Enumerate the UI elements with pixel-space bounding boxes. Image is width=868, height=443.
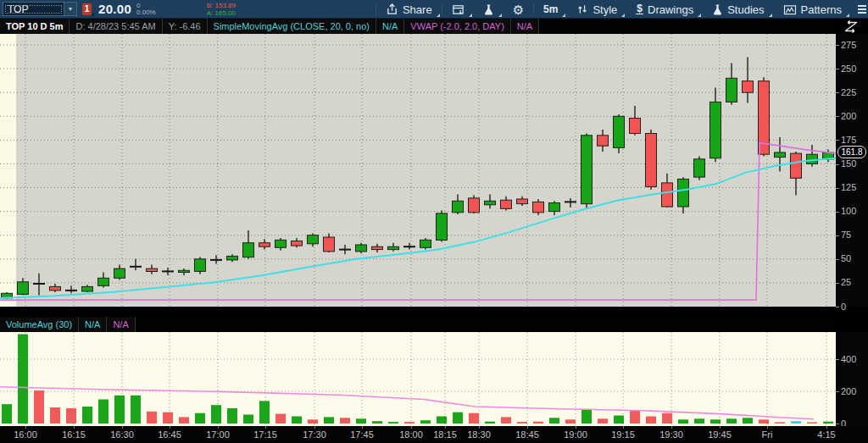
sma-study-label[interactable]: SimpleMovingAvg (CLOSE, 20, 0, no): [208, 19, 376, 34]
candle-body: [114, 269, 125, 278]
candle-body: [807, 154, 818, 163]
volume-bar: [420, 420, 431, 424]
volume-tick-label: 400: [836, 354, 868, 365]
studies-button[interactable]: Studies: [703, 0, 773, 19]
calendar-events-button[interactable]: [442, 0, 474, 19]
chart-style-icon: [576, 3, 588, 15]
volume-bar: [275, 414, 286, 424]
volume-bar: [501, 417, 511, 424]
dropdown-caret: [621, 14, 625, 17]
doji-body: [565, 201, 576, 202]
time-tick: [74, 426, 75, 429]
dropdown-caret: [769, 14, 772, 17]
bid-ask-readout: B: 153.89 A: 165.00: [207, 2, 236, 17]
price-tick-label: 200: [836, 111, 868, 122]
time-tick-label: 17:45: [343, 429, 381, 440]
candle-body: [372, 246, 383, 249]
volume-bar: [211, 405, 221, 424]
volume-bar: [614, 416, 624, 424]
price-tick-label: 275: [836, 40, 868, 51]
volume-bar: [726, 418, 737, 424]
price-axis[interactable]: 161.8 2752502252001751501251007550250: [836, 34, 868, 307]
share-icon: [386, 3, 398, 15]
volume-bar: [823, 422, 833, 424]
dropdown-caret: [437, 14, 440, 17]
time-tick-label: 16:45: [151, 429, 188, 440]
candlestick-canvas: [0, 34, 836, 307]
candle-body: [630, 119, 641, 134]
volume-bar: [18, 335, 28, 424]
price-chart-plot[interactable]: [0, 34, 836, 307]
volume-bar: [549, 418, 559, 424]
bid-value: B: 153.89: [207, 2, 236, 9]
symbol-combobox[interactable]: TOP ▼: [3, 2, 77, 16]
settings-button[interactable]: ⚙: [504, 0, 533, 19]
candle-body: [662, 183, 673, 207]
vwap-study-label[interactable]: VWAP (-2.0, 2.0, DAY): [404, 19, 510, 34]
volume-bar: [662, 413, 672, 424]
volume-bar: [469, 413, 479, 424]
doji-body: [403, 246, 415, 247]
price-tick-label: 175: [836, 135, 868, 146]
time-tick: [122, 426, 123, 429]
volume-chart-plot[interactable]: [0, 332, 836, 426]
time-tick-label: 16:00: [7, 429, 44, 440]
style-button[interactable]: Style: [567, 0, 626, 19]
time-tick: [576, 426, 576, 429]
candle-body: [18, 282, 29, 295]
volume-bar: [356, 418, 366, 424]
patterns-button[interactable]: Patterns: [774, 0, 851, 19]
volume-bar: [759, 419, 769, 424]
time-tick: [25, 426, 26, 429]
time-tick-label: 18:30: [460, 429, 498, 440]
time-tick-label: 4:15: [808, 429, 845, 440]
volume-bar: [50, 407, 60, 424]
volume-bar: [243, 415, 253, 424]
change-percent: 0.00%: [136, 9, 156, 16]
candle-body: [614, 116, 625, 147]
candle-body: [743, 81, 754, 93]
studies-label: Studies: [727, 3, 764, 16]
drawings-button[interactable]: $ Drawings: [626, 0, 703, 19]
candle-body: [50, 286, 61, 291]
time-tick: [411, 426, 412, 429]
volume-bar: [324, 417, 334, 424]
volume-bar: [533, 422, 543, 424]
time-tick-label: 18:45: [509, 429, 546, 440]
volume-bar: [517, 422, 527, 424]
symbol-dropdown-arrow[interactable]: ▼: [64, 3, 76, 15]
time-axis[interactable]: 16:0016:1516:3016:4517:0017:1517:3017:45…: [0, 426, 868, 443]
dropdown-caret: [846, 14, 849, 17]
volume-bar: [114, 396, 125, 424]
volume-bar: [565, 419, 576, 424]
analyze-button[interactable]: [474, 0, 504, 19]
patterns-label: Patterns: [801, 3, 842, 16]
candle-body: [646, 134, 657, 187]
price-tick-label: 125: [836, 182, 868, 193]
volume-axis[interactable]: 4002000: [836, 332, 868, 426]
time-tick-label: 17:30: [296, 429, 333, 440]
axis-zoom-tool-icon[interactable]: [843, 19, 860, 34]
more-menu-button[interactable]: [851, 0, 868, 19]
dropdown-caret: [698, 14, 701, 17]
time-tick: [362, 426, 363, 429]
alert-badge-icon[interactable]: 1: [82, 3, 92, 15]
price-tick-label: 150: [836, 158, 868, 169]
candle-body: [275, 240, 287, 247]
share-button[interactable]: Share: [376, 0, 442, 19]
time-tick-label: Fri: [748, 429, 786, 440]
session-strip: [0, 34, 16, 307]
volume-avg-study-label[interactable]: VolumeAvg (30): [0, 317, 79, 332]
candle-body: [259, 243, 270, 247]
crosshair-date-readout: D: 4/28/23 5:45 AM: [70, 19, 162, 34]
time-tick: [527, 426, 528, 429]
chart-header-strip: TOP 10 D 5m D: 4/28/23 5:45 AM Y: -6.46 …: [0, 19, 836, 34]
gear-icon: ⚙: [513, 3, 524, 16]
volume-bar: [453, 413, 463, 424]
price-tick-label: 0: [836, 302, 868, 313]
volume-bar: [66, 408, 76, 424]
candle-body: [598, 136, 609, 146]
symbol-input[interactable]: TOP: [3, 3, 64, 15]
dropdown-caret: [498, 14, 502, 17]
timeframe-button[interactable]: 5m: [534, 0, 567, 19]
